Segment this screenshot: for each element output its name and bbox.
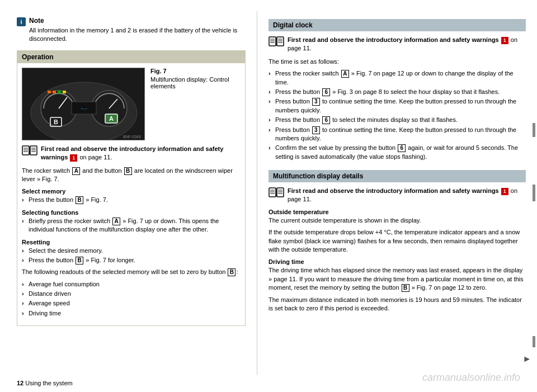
svg-rect-10	[58, 91, 61, 93]
svg-text:A: A	[109, 115, 114, 122]
svg-rect-9	[53, 91, 56, 93]
svg-rect-27	[277, 37, 284, 46]
left-column: i Note All information in the memory 1 a…	[0, 11, 257, 375]
box-b: B	[124, 167, 132, 175]
readout-item-4: Driving time	[22, 309, 241, 318]
clock-step-4: Press the button 6 to select the minutes…	[268, 116, 526, 124]
following-readouts-text: The following readouts of the selected m…	[22, 268, 241, 276]
note-title: Note	[29, 17, 246, 25]
scroll-bar-left	[533, 185, 535, 201]
note-content: Note All information in the memory 1 and…	[29, 17, 246, 44]
max-distance-text: The maximum distance indicated in both m…	[268, 296, 526, 313]
digital-clock-warn-ref: 1	[501, 37, 508, 44]
page-number: 12	[17, 380, 23, 386]
readout-item-3: Average speed	[22, 299, 241, 308]
figure-image: --.- B A	[22, 68, 145, 140]
operation-header: Operation	[17, 51, 245, 63]
svg-rect-35	[269, 188, 276, 197]
operation-content: --.- B A	[17, 63, 245, 325]
resetting-item-2: Press the button B » Fig. 7 for longer.	[22, 256, 241, 265]
clock-step-6: Confirm the set value by pressing the bu…	[268, 144, 526, 161]
multifunction-book-icon	[268, 187, 284, 200]
operation-warn-text: First read and observe the introductory …	[41, 145, 241, 162]
selecting-functions-heading: Selecting functions	[22, 209, 241, 216]
box-6-clock3: 6	[398, 144, 406, 152]
readout-item-2: Distance driven	[22, 290, 241, 298]
multifunction-warn-ref: 1	[501, 188, 508, 195]
box-b-readouts: B	[228, 268, 235, 276]
figure-caption-text: Multifunction display: Control elements	[150, 76, 241, 89]
digital-clock-warn-bold: First read and observe the introductory …	[288, 36, 499, 43]
watermark: carmanualsonline.info	[422, 372, 520, 384]
driving-time-text: The driving time which has elapsed since…	[268, 266, 526, 292]
figure-number: Fig. 7	[150, 68, 241, 74]
clock-step-3: Press button 3 to continue setting the t…	[268, 97, 526, 115]
info-icon: i	[17, 17, 26, 26]
svg-rect-8	[48, 91, 51, 93]
rocker-text: The rocker switch A and the button B are…	[22, 167, 241, 184]
resetting-item-1: Select the desired memory.	[22, 247, 241, 255]
book-warn-icon	[22, 145, 37, 158]
figure-area: --.- B A	[22, 68, 241, 140]
operation-section: Operation	[17, 50, 246, 326]
selecting-functions-item: Briefly press the rocker switch A » Fig.…	[22, 217, 241, 234]
box-3-clock2: 3	[312, 126, 320, 134]
select-memory-item: Press the button B » Fig. 7.	[22, 196, 241, 204]
multifunction-header: Multifunction display details	[268, 170, 526, 182]
time-set-intro: The time is set as follows:	[268, 58, 526, 66]
svg-rect-36	[277, 188, 284, 197]
note-text: All information in the memory 1 and 2 is…	[29, 26, 246, 44]
multifunction-section: Multifunction display details	[268, 170, 526, 313]
digital-clock-section: Digital clock	[268, 19, 526, 161]
readout-item-1: Average fuel consumption	[22, 280, 241, 289]
box-a-select: A	[112, 218, 120, 225]
multifunction-warn-bold: First read and observe the introductory …	[288, 187, 499, 194]
operation-warn-page-num: on page 11.	[79, 154, 112, 160]
svg-text:--.-: --.-	[81, 106, 87, 111]
svg-rect-17	[22, 146, 29, 155]
resetting-heading: Resetting	[22, 239, 241, 245]
clock-step-5: Press button 3 to continue setting the t…	[268, 126, 526, 143]
operation-warn-bold: First read and observe the introductory …	[41, 145, 223, 160]
clock-step-2: Press the button 6 » Fig. 3 on page 8 to…	[268, 88, 526, 96]
digital-clock-steps: Press the rocker switch A » Fig. 7 on pa…	[268, 69, 526, 161]
multifunction-warn-text: First read and observe the introductory …	[288, 187, 526, 204]
operation-warn-box: First read and observe the introductory …	[22, 145, 241, 162]
digital-clock-warn-box: First read and observe the introductory …	[268, 36, 526, 53]
note-box: i Note All information in the memory 1 a…	[17, 17, 246, 44]
svg-text:B: B	[54, 119, 58, 125]
digital-clock-header: Digital clock	[268, 19, 526, 31]
outside-temp-heading: Outside temperature	[268, 209, 526, 215]
box-b-driving: B	[402, 284, 409, 292]
digital-clock-warn-text: First read and observe the introductory …	[288, 36, 526, 53]
svg-rect-18	[30, 146, 37, 155]
box-a: A	[72, 167, 80, 175]
svg-rect-11	[63, 91, 66, 93]
box-b-select: B	[76, 196, 83, 204]
svg-text:BNF-0349: BNF-0349	[123, 135, 141, 139]
scroll-bar-right	[533, 123, 535, 137]
resetting-list: Select the desired memory. Press the but…	[22, 247, 241, 265]
multifunction-warn-box: First read and observe the introductory …	[268, 187, 526, 204]
scroll-bar-left-bottom	[533, 336, 535, 347]
next-page-arrow: ►	[522, 354, 531, 364]
page-footer: 12 Using the system	[17, 380, 73, 386]
outside-temp-note: If the outside temperature drops below +…	[268, 228, 526, 254]
outside-temp-text: The current outside temperature is shown…	[268, 216, 526, 225]
svg-rect-26	[269, 37, 276, 46]
digital-clock-book-icon	[268, 36, 284, 49]
footer-label: Using the system	[25, 380, 72, 386]
box-b-reset: B	[76, 257, 83, 265]
readouts-list: Average fuel consumption Distance driven…	[22, 280, 241, 318]
select-memory-list: Press the button B » Fig. 7.	[22, 196, 241, 204]
select-memory-heading: Select memory	[22, 188, 241, 195]
operation-warn-page-ref: 1	[70, 154, 77, 162]
driving-time-heading: Driving time	[268, 258, 526, 265]
box-a-clock: A	[341, 70, 349, 78]
box-3-clock: 3	[312, 98, 320, 106]
box-6-clock: 6	[322, 88, 330, 96]
selecting-functions-list: Briefly press the rocker switch A » Fig.…	[22, 217, 241, 234]
box-6-clock2: 6	[322, 116, 330, 124]
right-column: Digital clock	[257, 11, 537, 375]
clock-step-1: Press the rocker switch A » Fig. 7 on pa…	[268, 69, 526, 87]
